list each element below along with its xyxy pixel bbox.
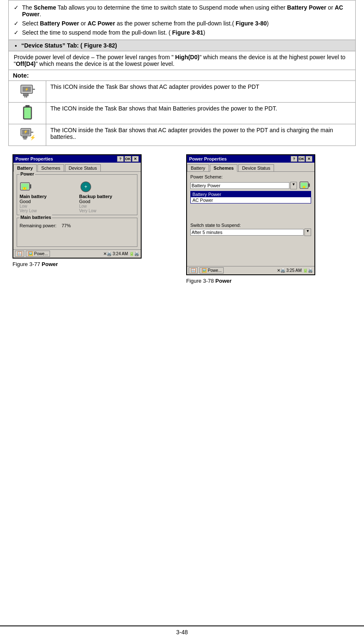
figure-78-caption-prefix: Figure 3-78 <box>186 278 215 284</box>
figure-78-caption: Figure 3-78 Power <box>186 278 352 284</box>
main-battery-status: Good <box>20 199 75 204</box>
main-table: The Scheme Tab allows you to determine t… <box>8 0 356 146</box>
svg-text:+: + <box>303 186 305 188</box>
ac-icon-description: This ICON inside the Task Bar shows that… <box>46 81 356 103</box>
taskbar-77-start[interactable]: 🪟 <box>15 251 24 257</box>
svg-text:⚡: ⚡ <box>23 129 28 134</box>
battery-icon-cell <box>9 103 46 124</box>
dialog-77-close-button[interactable]: ✕ <box>132 156 139 162</box>
backup-battery-status: Good <box>79 199 135 204</box>
checkmarks-cell: The Scheme Tab allows you to determine t… <box>9 0 356 40</box>
battery-icon-description: The ICON inside the Task Bar shows that … <box>46 103 356 124</box>
section-body-text: Provide power level of device – The powe… <box>14 54 345 67</box>
dialog-77-taskbar: 🪟 🖼️ Powe... ✕🖨️ 3:24 AM 🔋🖨️ <box>13 249 141 258</box>
section-header-row: “Device Status” Tab: ( Figure 3-82) <box>9 40 356 51</box>
tab-78-schemes[interactable]: Schemes <box>210 164 237 172</box>
power-scheme-select[interactable]: Battery Power <box>190 182 289 189</box>
dialog-77-buttons: ? OK ✕ <box>117 156 139 162</box>
dialog-77-titlebar: Power Properties ? OK ✕ <box>13 155 141 163</box>
dialog-77-remaining: Remaining power: 77% <box>20 223 135 228</box>
power-scheme-label: Power Scheme: <box>190 174 311 179</box>
dialog-78-title: Power Properties <box>189 156 227 161</box>
checkmarks-row: The Scheme Tab allows you to determine t… <box>9 0 356 40</box>
figures-row: Power Properties ? OK ✕ Battery Schemes … <box>8 154 356 284</box>
dialog-77-main-battery-icons: + <box>20 181 75 193</box>
dialog-78-close-button[interactable]: ✕ <box>306 156 312 162</box>
svg-text:⚡: ⚡ <box>29 134 35 141</box>
dropdown-item-ac-power[interactable]: AC Power <box>191 197 311 203</box>
battery-main-icon <box>23 105 32 120</box>
bullet-item-3: Select the time to suspend mode from the… <box>14 28 350 37</box>
section-header-text: “Device Status” Tab: ( Figure 3-82) <box>21 42 117 49</box>
page-number: 3-48 <box>176 629 188 635</box>
bullet-item-1: The Scheme Tab allows you to determine t… <box>14 3 350 19</box>
dropdown-item-battery-power[interactable]: Battery Power <box>191 191 311 197</box>
note-label: Note: <box>13 72 29 79</box>
suspend-dropdown-btn[interactable]: ▼ <box>304 229 311 236</box>
dialog-77-main-batteries: Main batteries Remaining power: 77% <box>17 218 137 247</box>
taskbar-78-start[interactable]: 🪟 <box>189 267 198 274</box>
main-batteries-label: Main batteries <box>20 215 52 220</box>
ac-adapter-icon: ⚡ <box>19 83 36 98</box>
figure-77-container: Power Properties ? OK ✕ Battery Schemes … <box>12 154 178 284</box>
dialog-77-power-label: Power <box>20 171 35 176</box>
svg-text:+: + <box>24 187 25 190</box>
suspend-label: Switch state to Suspend: <box>190 223 311 228</box>
tab-78-battery[interactable]: Battery <box>187 164 209 171</box>
svg-rect-3 <box>23 93 28 96</box>
content-area: The Scheme Tab allows you to determine t… <box>0 0 364 625</box>
tab-77-battery[interactable]: Battery <box>13 164 37 172</box>
taskbar-78-app[interactable]: 🖼️ Powe... <box>199 267 224 274</box>
battery-scheme-icon: + <box>299 180 311 191</box>
svg-rect-26 <box>308 183 310 187</box>
suspend-select-wrapper: After 5 minutes ▼ <box>190 229 311 236</box>
taskbar-77-app[interactable]: 🖼️ Powe... <box>26 251 50 257</box>
remaining-value: 77% <box>62 223 71 228</box>
dialog-78-titlebar: Power Properties ? OK ✕ <box>187 155 314 163</box>
tab-78-device-status[interactable]: Device Status <box>238 164 274 171</box>
dialog-77-power-group: Power <box>17 174 137 215</box>
power-scheme-dropdown-btn[interactable]: ▼ <box>290 182 297 189</box>
main-battery-low: Low <box>20 204 75 208</box>
figure-77-dialog: Power Properties ? OK ✕ Battery Schemes … <box>12 154 142 259</box>
svg-rect-9 <box>24 108 31 118</box>
dialog-78-power-scheme-row: Power Scheme: Battery Power ▼ + <box>190 174 311 203</box>
main-battery-svg: + <box>20 181 33 193</box>
tab-77-device-status[interactable]: Device Status <box>65 164 101 171</box>
tab-77-schemes[interactable]: Schemes <box>37 164 64 171</box>
battery-icon-text: The ICON inside the Task Bar shows that … <box>50 105 277 112</box>
dialog-77-tabs: Battery Schemes Device Status <box>13 163 141 172</box>
bullet-item-2: Select Battery Power or AC Power as the … <box>14 19 350 28</box>
dialog-77-ok-button[interactable]: OK <box>125 156 131 162</box>
icon-row-battery: The ICON inside the Task Bar shows that … <box>9 103 356 124</box>
backup-battery-svg: + <box>79 181 92 193</box>
charging-icon-text: The ICON inside the Task Bar shows that … <box>50 127 333 140</box>
suspend-select[interactable]: After 5 minutes <box>190 229 304 236</box>
dialog-78-ok-button[interactable]: OK <box>298 156 305 162</box>
page-wrapper: The Scheme Tab allows you to determine t… <box>0 0 364 638</box>
dialog-78-buttons: ? OK ✕ <box>291 156 312 162</box>
dialog-77-help-button[interactable]: ? <box>117 156 124 162</box>
section-header-bullet: “Device Status” Tab: ( Figure 3-82) <box>21 42 351 49</box>
dialog-78-taskbar: 🪟 🖼️ Powe... ✕🖨️ 3:25 AM 🔋🖨️ <box>187 266 314 274</box>
taskbar-77-time: ✕🖨️ 3:24 AM 🔋🖨️ <box>103 251 139 256</box>
note-label-cell: Note: <box>9 70 356 81</box>
section-body-cell: Provide power level of device – The powe… <box>9 51 356 70</box>
main-battery-label: Main battery <box>20 194 75 199</box>
figure-77-caption-prefix: Figure 3-77 <box>12 261 42 267</box>
icon-row-ac: ⚡ This ICON inside the Task Bar shows th… <box>9 81 356 103</box>
svg-rect-13 <box>23 136 27 138</box>
svg-rect-7 <box>25 105 30 107</box>
dialog-77-battery-row: + Main battery Good Low Very Low <box>20 181 135 213</box>
figure-77-caption-bold: Power <box>42 261 58 267</box>
dialog-77-body: Power <box>13 172 141 249</box>
main-battery-very-low: Very Low <box>20 208 75 213</box>
dialog-78-help-button[interactable]: ? <box>291 156 297 162</box>
charging-icon: ⚡ ⚡ <box>19 127 36 142</box>
dialog-78-body: Power Scheme: Battery Power ▼ + <box>187 172 314 266</box>
dialog-78-suspend-row: Switch state to Suspend: After 5 minutes… <box>190 223 311 236</box>
backup-battery-label: Backup battery <box>79 194 135 199</box>
ac-icon-text: This ICON inside the Task Bar shows that… <box>50 83 259 90</box>
section-body-row: Provide power level of device – The powe… <box>9 51 356 70</box>
svg-rect-19 <box>30 184 31 188</box>
